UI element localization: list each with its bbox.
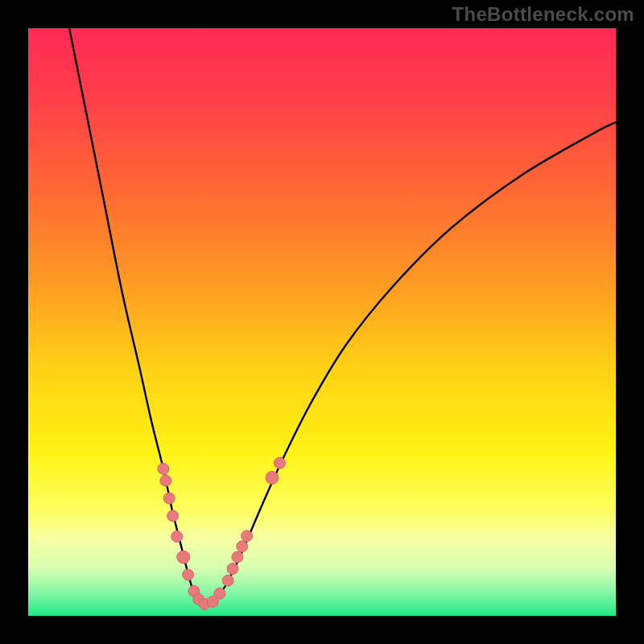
curve-marker	[163, 493, 175, 504]
curve-markers	[158, 457, 286, 609]
watermark-text: TheBottleneck.com	[452, 3, 634, 26]
curve-marker	[242, 530, 253, 542]
curve-marker	[237, 541, 248, 552]
bottleneck-curve	[69, 28, 616, 604]
curve-marker	[183, 569, 194, 580]
plot-area	[28, 28, 616, 616]
chart-frame: TheBottleneck.com	[0, 0, 644, 644]
curve-marker	[227, 564, 238, 575]
curve-marker	[177, 551, 190, 564]
chart-curve-layer	[28, 28, 616, 616]
curve-marker	[167, 510, 179, 522]
curve-marker	[266, 471, 279, 484]
curve-marker	[274, 457, 285, 469]
curve-marker	[214, 588, 225, 599]
curve-marker	[160, 475, 171, 486]
curve-marker	[222, 575, 233, 586]
curve-marker	[232, 551, 243, 563]
curve-marker	[158, 464, 169, 475]
curve-marker	[171, 530, 183, 542]
